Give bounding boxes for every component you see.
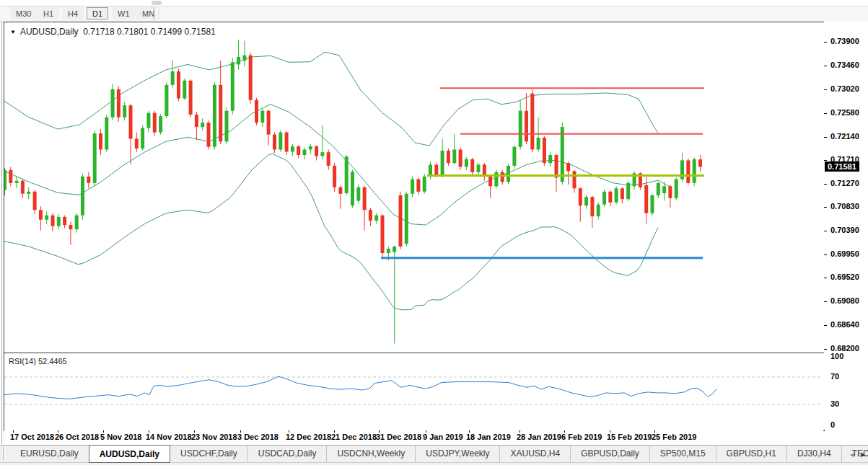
candle-body xyxy=(93,133,97,183)
chart-title: ▼AUDUSD,Daily 0.71718 0.71801 0.71499 0.… xyxy=(10,27,216,37)
candle-body xyxy=(141,128,144,149)
price-axis-label: 0.69520 xyxy=(830,273,859,281)
price-axis-tick xyxy=(824,301,827,302)
chart-tab-xauusd-h4[interactable]: XAUUSD,H4 xyxy=(499,446,570,463)
tab-scroll-left-icon[interactable]: ◂ xyxy=(850,450,854,459)
tab-scroll-right-icon[interactable]: ▸ xyxy=(861,450,865,459)
toolbar-separator xyxy=(154,7,157,20)
chart-tab-usdjpy-weekly[interactable]: USDJPY,Weekly xyxy=(415,446,499,463)
candle-body xyxy=(530,94,534,150)
chart-tab-gbpusd-h1[interactable]: GBPUSD,H1 xyxy=(716,446,786,463)
chart-tab-usdcnh-weekly[interactable]: USDCNH,Weekly xyxy=(326,446,415,463)
candle-body xyxy=(69,225,72,229)
chart-tab-dj30-h4[interactable]: DJ30,H4 xyxy=(786,446,841,463)
candle-body xyxy=(494,172,498,186)
candle-body xyxy=(615,188,618,202)
price-axis-label: 0.73900 xyxy=(830,37,859,45)
chart-ohlc-values: 0.71718 0.71801 0.71499 0.71581 xyxy=(83,27,216,37)
candle-body xyxy=(9,170,12,183)
rsi-indicator-panel: RSI(14) 52.4465 xyxy=(4,353,825,431)
candle-body xyxy=(543,138,546,163)
rsi-axis-label: 0 xyxy=(830,420,835,429)
candle-body xyxy=(111,89,115,118)
date-axis-label: 25 Feb 2019 xyxy=(652,433,696,441)
candle-body xyxy=(153,113,157,133)
chart-tab-usdcad-daily[interactable]: USDCAD,Daily xyxy=(247,446,327,463)
date-axis-label: 23 Nov 2018 xyxy=(191,433,237,441)
chart-tab-eurusd-daily[interactable]: EURUSD,Daily xyxy=(10,446,89,463)
candle-body xyxy=(519,111,522,147)
candle-body xyxy=(303,150,307,156)
rsi-axis-label: 100 xyxy=(830,352,843,360)
price-axis-label: 0.73020 xyxy=(830,84,859,93)
candle-body xyxy=(279,133,282,150)
rsi-canvas[interactable] xyxy=(4,353,823,429)
candle-body xyxy=(459,150,463,167)
candle-body xyxy=(626,183,630,199)
timeframe-button-w1[interactable]: W1 xyxy=(112,7,136,19)
timeframe-button-d1[interactable]: D1 xyxy=(87,7,108,19)
candle-body xyxy=(177,71,180,98)
date-axis-label: 28 Jan 2019 xyxy=(517,433,561,441)
candle-body xyxy=(501,172,504,182)
chart-tab-usdchf-daily[interactable]: USDCHF,Daily xyxy=(170,446,247,463)
candle-body xyxy=(183,81,186,99)
candle-body xyxy=(447,151,450,163)
candle-body xyxy=(320,152,324,156)
candle-body xyxy=(225,111,229,142)
bollinger-upper-band xyxy=(4,52,658,146)
price-axis-tick xyxy=(824,278,827,278)
candle-body xyxy=(249,56,253,100)
rsi-axis-label: 70 xyxy=(830,372,839,381)
timeframe-button-h4[interactable]: H4 xyxy=(62,7,84,19)
candle-body xyxy=(441,151,444,175)
symbol-dropdown-icon[interactable]: ▼ xyxy=(10,29,16,35)
candle-body xyxy=(338,187,342,194)
price-axis-label: 0.69950 xyxy=(830,249,859,258)
candle-body xyxy=(488,177,492,186)
candle-body xyxy=(146,113,150,128)
candle-body xyxy=(411,180,414,194)
candle-body xyxy=(315,146,318,156)
candle-body xyxy=(81,177,84,216)
candle-body xyxy=(207,123,211,147)
candle-body xyxy=(651,195,654,213)
candle-body xyxy=(165,85,168,116)
candle-body xyxy=(189,81,193,115)
candle-body xyxy=(369,210,372,221)
date-axis-label: 12 Dec 2018 xyxy=(286,433,331,441)
toolbar-grip xyxy=(152,1,162,5)
candle-body xyxy=(387,249,390,253)
candle-body xyxy=(15,181,19,183)
candle-body xyxy=(135,139,139,149)
candle-body xyxy=(273,135,276,150)
timeframe-button-h1[interactable]: H1 xyxy=(38,7,59,19)
timeframe-button-mn[interactable]: MN xyxy=(136,7,160,19)
candle-body xyxy=(129,105,133,138)
candle-body xyxy=(512,147,516,166)
chart-tab-sp500-m15[interactable]: SP500,M15 xyxy=(649,446,716,463)
candle-body xyxy=(123,105,126,117)
candle-body xyxy=(423,177,426,192)
chart-tab-gbpusd-daily[interactable]: GBPUSD,Daily xyxy=(570,446,649,463)
price-axis-label: 0.68640 xyxy=(830,320,859,329)
candle-body xyxy=(597,205,600,216)
date-axis-label: 9 Jan 2019 xyxy=(423,433,463,441)
candle-body xyxy=(219,85,222,142)
price-chart-canvas[interactable] xyxy=(4,22,823,351)
candle-body xyxy=(465,159,468,167)
candle-body xyxy=(87,177,90,183)
price-axis[interactable]: 0.739000.734600.730200.725800.721400.717… xyxy=(824,22,868,430)
chart-tab-audusd-daily[interactable]: AUDUSD,Daily xyxy=(89,445,170,463)
candle-body xyxy=(555,155,558,177)
date-axis-label: 31 Dec 2018 xyxy=(376,433,421,441)
timeframe-button-m30[interactable]: M30 xyxy=(10,7,37,19)
candle-body xyxy=(201,123,204,127)
candle-body xyxy=(51,216,55,226)
current-price-tag: 0.71581 xyxy=(825,161,859,172)
price-axis-label: 0.73460 xyxy=(830,61,859,69)
date-axis[interactable]: 17 Oct 201826 Oct 20185 Nov 201814 Nov 2… xyxy=(4,430,823,444)
candle-body xyxy=(608,192,612,203)
rsi-indicator-label: RSI(14) 52.4465 xyxy=(9,357,67,366)
candle-body xyxy=(698,159,702,167)
